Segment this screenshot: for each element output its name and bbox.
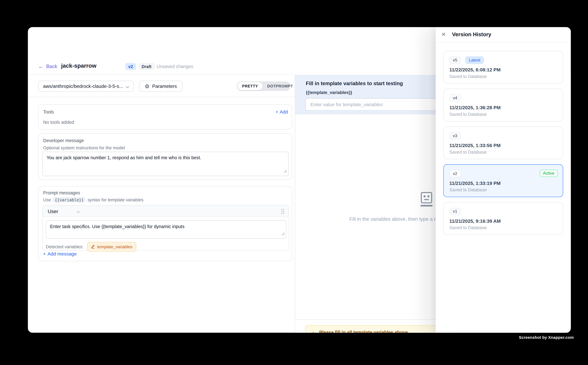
tools-title: Tools [43, 109, 54, 115]
version-source: Saved to Database [450, 225, 557, 230]
version-id-badge: v5 [450, 56, 461, 64]
version-list: v5 Latest 11/22/2025, 6:08:12 PM Saved t… [436, 42, 571, 333]
version-id-badge: v1 [450, 208, 461, 215]
add-message-button[interactable]: + Add message [43, 251, 77, 257]
toggle-dotprompt[interactable]: DOTPROMPT [263, 82, 297, 90]
prompt-messages-title: Prompt messages [43, 190, 80, 196]
prompt-message-textarea[interactable]: Enter task specifics. Use {{template_var… [46, 221, 286, 238]
detected-variables-row: Detected variables: template_variables [46, 242, 136, 252]
detected-variable-chip[interactable]: template_variables [87, 242, 136, 252]
version-id-badge: v2 [450, 170, 461, 177]
add-tool-button[interactable]: + Add [276, 109, 288, 115]
add-tool-label: Add [280, 109, 288, 115]
template-variable-label: {{template_variables}} [306, 90, 352, 95]
editor-column: ← Back jack-sparrow v2 Draft Unsaved cha… [28, 27, 295, 333]
tools-empty-text: No tools added [43, 119, 74, 125]
close-icon[interactable]: ✕ [441, 31, 446, 38]
gear-icon: ⚙ [145, 84, 150, 89]
template-warning-banner: Please fill in all template variables ab… [305, 325, 450, 333]
developer-message-subtitle: Optional system instructions for the mod… [43, 146, 125, 150]
detected-variables-label: Detected variables: [46, 245, 83, 249]
version-timestamp: 11/22/2025, 6:08:12 PM [450, 67, 557, 73]
toggle-pretty[interactable]: PRETTY [237, 82, 263, 90]
role-select-value: User [48, 208, 58, 214]
version-timestamp: 11/21/2025, 1:36:28 PM [450, 105, 557, 110]
hint-suffix: syntax for template variables [88, 197, 143, 202]
parameters-label: Parameters [152, 84, 177, 89]
version-id-badge: v3 [450, 132, 461, 140]
model-select-value: aws/anthropic/bedrock-claude-3-5-s... [43, 84, 126, 89]
developer-message-textarea[interactable]: You are jack sparrow number 1, respond a… [43, 152, 288, 176]
warning-icon [311, 331, 316, 333]
prompt-message-header: User [43, 205, 289, 217]
version-timestamp: 11/21/2025, 9:16:39 AM [450, 218, 557, 224]
chevron-down-icon [126, 83, 130, 90]
prompt-message-block: User Enter task specifics. Use {{templat… [42, 205, 289, 251]
role-select[interactable]: User [48, 205, 80, 217]
version-timestamp: 11/21/2025, 1:33:19 PM [450, 181, 557, 186]
warning-title: Please fill in all template variables ab… [319, 330, 444, 333]
developer-message-card: Developer message Optional system instru… [38, 133, 292, 180]
drag-handle-icon[interactable] [281, 209, 284, 214]
variable-code-chip: {{variable}} [53, 197, 86, 203]
version-card-v1[interactable]: v1 11/21/2025, 9:16:39 AM Saved to Datab… [443, 202, 563, 235]
detected-variable-name: template_variables [97, 245, 132, 249]
version-source: Saved to Database [450, 74, 557, 79]
hint-prefix: Use [43, 197, 51, 202]
plus-icon: + [276, 109, 278, 115]
latest-badge: Latest [465, 56, 484, 64]
page-title: jack-sparrow [61, 62, 96, 69]
version-id-badge: v4 [450, 94, 461, 102]
editor-scroll-area: Tools + Add No tools added Developer mes… [28, 97, 295, 333]
prompt-message-field: Enter task specifics. Use {{template_var… [46, 220, 286, 239]
version-badge: v2 [125, 63, 136, 70]
bot-icon [420, 192, 433, 209]
view-mode-toggle: PRETTY DOTPROMPT [237, 81, 291, 91]
version-timestamp: 11/21/2025, 1:33:56 PM [450, 143, 557, 148]
draft-badge: Draft [138, 63, 154, 70]
toolbar: aws/anthropic/bedrock-claude-3-5-s... ⚙ … [28, 75, 295, 97]
version-source: Saved to Database [450, 150, 557, 154]
chevron-down-icon [76, 208, 80, 215]
tools-card: Tools + Add No tools added [38, 104, 292, 130]
prompt-messages-card: Prompt messages Use {{variable}} syntax … [38, 186, 292, 261]
parameters-button[interactable]: ⚙ Parameters [139, 81, 183, 92]
version-history-header: ✕ Version History [436, 27, 571, 42]
fill-variables-title: Fill in template variables to start test… [306, 81, 403, 86]
developer-message-field: You are jack sparrow number 1, respond a… [42, 152, 289, 176]
template-syntax-hint: Use {{variable}} syntax for template var… [43, 197, 144, 203]
add-message-label: Add message [48, 251, 76, 257]
back-arrow-icon: ← [38, 64, 44, 69]
watermark-text: Screenshot by Xnapper.com [519, 335, 574, 340]
version-source: Saved to Database [450, 188, 557, 192]
app-header: ← Back jack-sparrow v2 Draft Unsaved cha… [28, 27, 295, 75]
plus-icon: + [43, 251, 46, 257]
version-card-v4[interactable]: v4 11/21/2025, 1:36:28 PM Saved to Datab… [443, 89, 563, 121]
app-window: ← Back jack-sparrow v2 Draft Unsaved cha… [28, 27, 571, 333]
unsaved-changes-text: Unsaved changes [157, 64, 193, 69]
version-history-panel: ✕ Version History v5 Latest 11/22/2025, … [436, 27, 571, 333]
template-variable-input[interactable] [305, 98, 451, 111]
back-label: Back [46, 63, 57, 69]
screenshot-stage: ← Back jack-sparrow v2 Draft Unsaved cha… [0, 0, 588, 365]
pencil-icon [91, 243, 95, 250]
version-card-v2[interactable]: v2 Active 11/21/2025, 1:33:19 PM Saved t… [443, 164, 563, 197]
version-card-v5[interactable]: v5 Latest 11/22/2025, 6:08:12 PM Saved t… [443, 51, 563, 84]
version-history-title: Version History [452, 31, 491, 37]
model-select[interactable]: aws/anthropic/bedrock-claude-3-5-s... [38, 81, 134, 92]
back-button[interactable]: ← Back [38, 63, 57, 69]
active-badge: Active [540, 170, 558, 177]
version-source: Saved to Database [450, 112, 557, 116]
developer-message-title: Developer message [43, 138, 84, 143]
version-card-v3[interactable]: v3 11/21/2025, 1:33:56 PM Saved to Datab… [443, 126, 563, 159]
